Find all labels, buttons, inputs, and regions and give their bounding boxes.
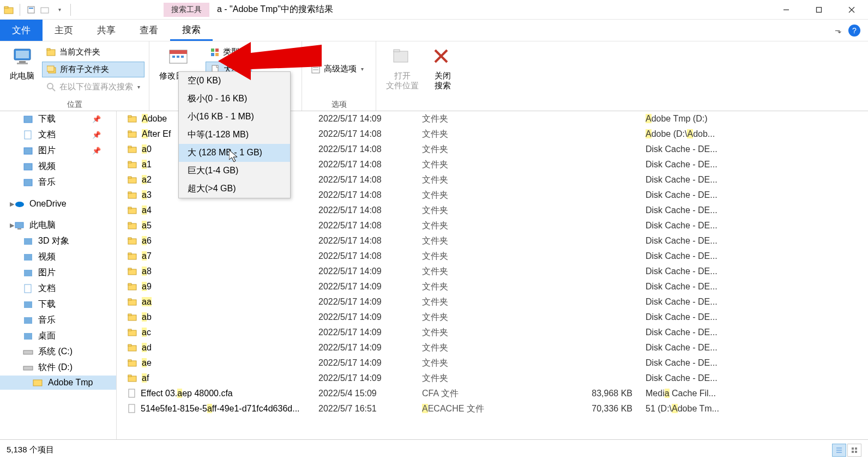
file-path: Disk Cache - DE... — [646, 221, 868, 231]
minimize-button[interactable] — [770, 0, 803, 20]
help-icon[interactable]: ? — [848, 25, 860, 37]
qat-dropdown-icon[interactable]: ▾ — [54, 4, 65, 15]
properties-icon[interactable] — [26, 4, 37, 15]
sidebar-drive-c[interactable]: 系统 (C:) — [0, 344, 116, 360]
file-name: af — [142, 373, 149, 383]
table-row[interactable]: a42022/5/17 14:08文件夹Disk Cache - DE... — [117, 203, 868, 218]
sidebar-videos[interactable]: 视频 — [0, 159, 116, 174]
search-again-button[interactable]: 在以下位置再次搜索▾ — [42, 80, 144, 94]
all-subfolders-button[interactable]: 所有子文件夹 — [42, 62, 144, 77]
status-bar: 5,138 个项目 — [0, 439, 868, 460]
table-row[interactable]: ac2022/5/17 14:09文件夹Disk Cache - DE... — [117, 325, 868, 340]
file-name: Adobe — [142, 114, 167, 124]
chevron-right-icon[interactable]: ▶ — [10, 222, 14, 229]
svg-rect-22 — [177, 56, 179, 58]
tab-search[interactable]: 搜索 — [170, 20, 213, 41]
close-search-button[interactable]: 关闭搜索 — [426, 45, 459, 93]
file-date: 2022/5/17 14:08 — [318, 175, 422, 185]
svg-rect-99 — [852, 451, 854, 453]
ribbon: 此电脑 当前文件夹 所有子文件夹 在以下位置再次搜索▾ 位置 — [0, 41, 868, 111]
table-row[interactable]: a82022/5/17 14:09文件夹Disk Cache - DE... — [117, 264, 868, 279]
svg-rect-52 — [24, 333, 32, 340]
pictures-icon — [23, 268, 34, 278]
sidebar-onedrive[interactable]: ▶OneDrive — [0, 197, 116, 211]
sidebar-3d-objects[interactable]: 3D 对象 — [0, 233, 116, 249]
size-tiny[interactable]: 极小(0 - 16 KB) — [179, 90, 290, 108]
large-icons-view-button[interactable] — [847, 444, 861, 457]
details-view-button[interactable] — [832, 444, 846, 457]
table-row[interactable]: ad2022/5/17 14:09文件夹Disk Cache - DE... — [117, 340, 868, 355]
documents-icon — [23, 130, 34, 140]
file-name: a1 — [142, 160, 152, 170]
size-huge[interactable]: 巨大(1-4 GB) — [179, 162, 290, 180]
svg-rect-23 — [181, 56, 184, 58]
folder-icon[interactable] — [3, 4, 14, 15]
svg-rect-73 — [128, 238, 131, 239]
chevron-right-icon[interactable]: ▶ — [10, 201, 14, 208]
tab-home[interactable]: 主页 — [43, 20, 85, 41]
sidebar-pictures[interactable]: 图片📌 — [0, 143, 116, 159]
sidebar-documents-2[interactable]: 文档 — [0, 281, 116, 296]
sidebar-desktop[interactable]: 桌面 — [0, 328, 116, 344]
table-row[interactable]: a92022/5/17 14:09文件夹Disk Cache - DE... — [117, 279, 868, 294]
table-row[interactable]: a52022/5/17 14:08文件夹Disk Cache - DE... — [117, 218, 868, 233]
table-row[interactable]: a72022/5/17 14:08文件夹Disk Cache - DE... — [117, 249, 868, 264]
window-title: a - "Adobe Tmp"中的搜索结果 — [209, 4, 333, 15]
svg-rect-75 — [128, 253, 131, 255]
size-small[interactable]: 小(16 KB - 1 MB) — [179, 108, 290, 126]
table-row[interactable]: 514e5fe1-815e-5aff-49e1-d71fc4d636d...20… — [117, 401, 868, 416]
file-type: 文件夹 — [422, 174, 547, 186]
current-folder-button[interactable]: 当前文件夹 — [42, 45, 144, 59]
sidebar-drive-d[interactable]: 软件 (D:) — [0, 360, 116, 376]
svg-rect-14 — [47, 49, 50, 50]
table-row[interactable]: aa2022/5/17 14:09文件夹Disk Cache - DE... — [117, 294, 868, 310]
minimize-ribbon-icon[interactable]: ⬎ — [835, 26, 842, 35]
file-path: Disk Cache - DE... — [646, 144, 868, 154]
table-row[interactable]: ae2022/5/17 14:09文件夹Disk Cache - DE... — [117, 355, 868, 371]
folder-icon — [128, 359, 137, 367]
svg-rect-54 — [23, 366, 33, 370]
svg-rect-81 — [128, 299, 131, 300]
svg-rect-57 — [128, 116, 131, 117]
svg-rect-83 — [128, 314, 131, 316]
folder-icon — [128, 221, 137, 230]
svg-rect-45 — [17, 228, 21, 229]
tab-file[interactable]: 文件 — [0, 20, 43, 41]
tab-share[interactable]: 共享 — [85, 20, 128, 41]
svg-rect-42 — [24, 179, 32, 186]
downloads-icon — [23, 114, 34, 124]
sidebar-documents[interactable]: 文档📌 — [0, 127, 116, 143]
sidebar-adobe-tmp[interactable]: Adobe Tmp — [0, 376, 116, 390]
svg-rect-89 — [128, 360, 131, 361]
new-folder-icon[interactable] — [40, 4, 51, 15]
computer-icon — [14, 221, 25, 231]
svg-line-18 — [52, 88, 55, 91]
close-button[interactable] — [835, 0, 868, 20]
file-date: 2022/5/17 14:09 — [318, 267, 422, 276]
svg-rect-0 — [4, 8, 13, 14]
size-medium[interactable]: 中等(1-128 MB) — [179, 126, 290, 144]
sidebar-downloads-2[interactable]: 下载 — [0, 296, 116, 312]
tab-view[interactable]: 查看 — [128, 20, 170, 41]
table-row[interactable]: a62022/5/17 14:08文件夹Disk Cache - DE... — [117, 233, 868, 249]
svg-rect-4 — [41, 8, 49, 13]
svg-rect-55 — [33, 380, 42, 386]
sidebar-music-2[interactable]: 音乐 — [0, 312, 116, 328]
size-gigantic[interactable]: 超大(>4 GB) — [179, 180, 290, 198]
open-file-location-button[interactable]: 打开文件位置 — [381, 45, 424, 93]
file-path: Disk Cache - DE... — [646, 205, 868, 215]
this-pc-button[interactable]: 此电脑 — [4, 45, 40, 83]
file-date: 2022/5/17 14:08 — [318, 251, 422, 261]
file-date: 2022/5/17 14:09 — [318, 328, 422, 337]
table-row[interactable]: ab2022/5/17 14:09文件夹Disk Cache - DE... — [117, 310, 868, 325]
sidebar-pictures-2[interactable]: 图片 — [0, 265, 116, 281]
sidebar-music[interactable]: 音乐 — [0, 174, 116, 190]
sidebar-videos-2[interactable]: 视频 — [0, 249, 116, 265]
sidebar-downloads[interactable]: 下载📌 — [0, 111, 116, 127]
sidebar-this-pc[interactable]: ▶此电脑 — [0, 217, 116, 233]
table-row[interactable]: af2022/5/17 14:09文件夹Disk Cache - DE... — [117, 371, 868, 386]
navigation-pane[interactable]: 下载📌 文档📌 图片📌 视频 音乐 ▶OneDrive ▶此电脑 3D 对象 视… — [0, 111, 117, 439]
maximize-button[interactable] — [803, 0, 835, 20]
svg-rect-98 — [855, 447, 857, 450]
table-row[interactable]: Effect 03.aep 48000.cfa2022/5/4 15:09CFA… — [117, 386, 868, 401]
